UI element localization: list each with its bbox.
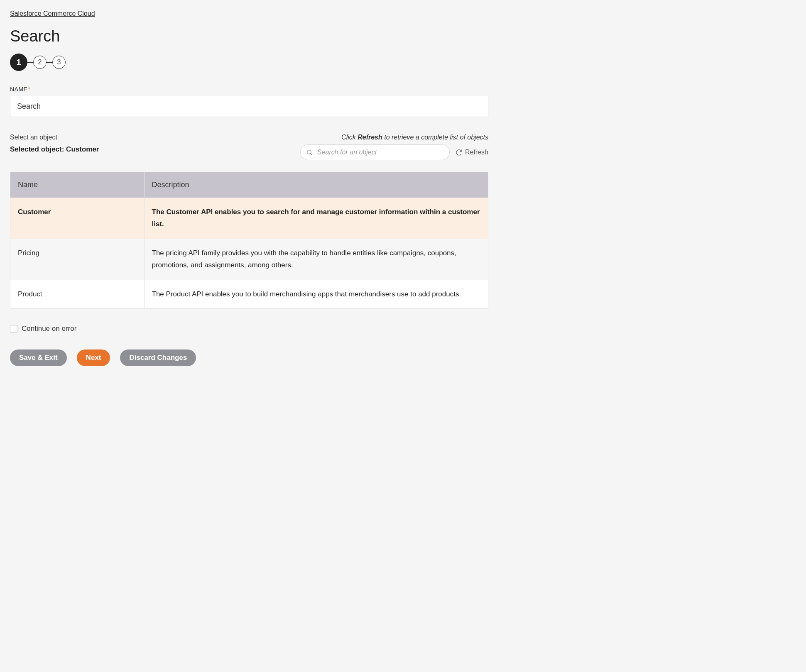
refresh-icon [456,149,463,156]
table-header-name: Name [10,172,144,198]
step-connector [47,62,52,63]
step-3[interactable]: 3 [52,56,66,69]
table-header-description: Description [144,172,488,198]
name-label-text: NAME [10,86,27,93]
table-cell-name: Customer [10,198,144,239]
search-icon [306,149,313,156]
refresh-hint-bold: Refresh [358,134,382,141]
name-field-label: NAME* [10,86,488,93]
refresh-hint-prefix: Click [341,134,358,141]
select-object-label: Select an object [10,134,99,141]
table-cell-name: Pricing [10,239,144,280]
refresh-button-label: Refresh [465,149,488,156]
refresh-hint-suffix: to retrieve a complete list of objects [382,134,488,141]
save-exit-button[interactable]: Save & Exit [10,349,67,366]
table-cell-description: The Customer API enables you to search f… [144,198,488,239]
checkbox-box [10,325,17,332]
object-table: Name Description Customer The Customer A… [10,172,488,309]
continue-on-error-checkbox[interactable]: Continue on error [10,325,488,333]
selected-object-prefix: Selected object: [10,145,66,153]
table-row[interactable]: Pricing The pricing API family provides … [10,239,488,280]
svg-point-0 [307,150,311,154]
table-cell-description: The Product API enables you to build mer… [144,280,488,308]
continue-on-error-label: Continue on error [22,325,76,333]
stepper: 1 2 3 [10,54,488,71]
name-input[interactable] [10,96,488,117]
table-cell-description: The pricing API family provides you with… [144,239,488,280]
breadcrumb-link[interactable]: Salesforce Commerce Cloud [10,10,95,17]
discard-button[interactable]: Discard Changes [120,349,196,366]
selected-object-value: Customer [66,145,99,153]
step-2[interactable]: 2 [33,56,47,69]
table-row[interactable]: Customer The Customer API enables you to… [10,198,488,239]
selected-object: Selected object: Customer [10,145,99,154]
refresh-hint: Click Refresh to retrieve a complete lis… [256,134,488,141]
page-title: Search [10,27,488,45]
refresh-button[interactable]: Refresh [456,149,488,156]
object-search-input[interactable] [300,144,450,160]
table-row[interactable]: Product The Product API enables you to b… [10,280,488,308]
svg-line-1 [311,154,312,155]
next-button[interactable]: Next [77,349,110,366]
required-marker: * [28,86,30,93]
step-1[interactable]: 1 [10,54,27,71]
step-connector [27,62,33,63]
table-cell-name: Product [10,280,144,308]
